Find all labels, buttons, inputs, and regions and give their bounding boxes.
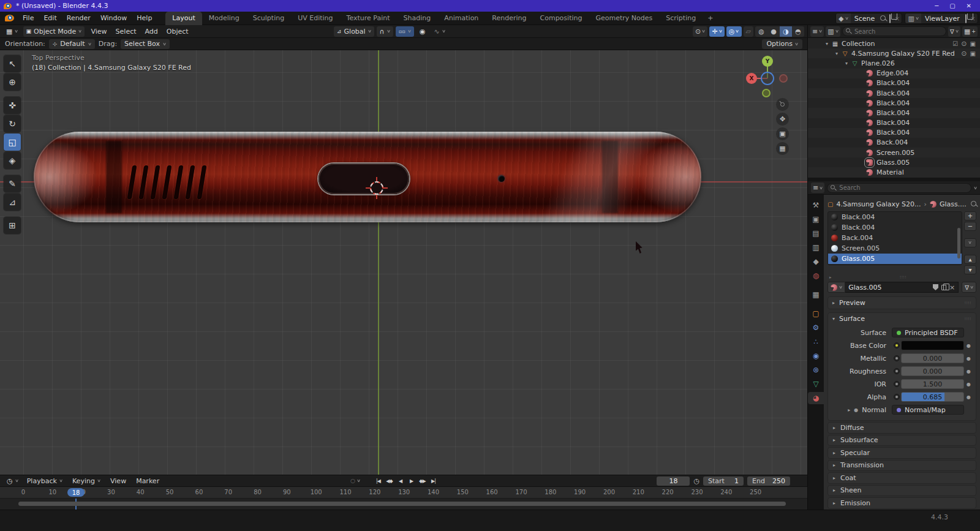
properties-search-input[interactable] [827,183,971,193]
navigation-gizmo[interactable]: Y X [745,53,794,102]
proportional-falloff-dropdown[interactable]: ∿ [431,26,448,37]
move-slot-down-button[interactable]: ▾ [964,265,976,274]
timeline-editor-icon[interactable] [7,477,13,485]
collection-checkbox[interactable] [952,40,958,48]
ior-slider[interactable]: 1.500 [901,379,964,389]
disable-render-icon[interactable] [970,40,976,48]
slot-specials-button[interactable] [964,238,976,247]
viewlayer-selector[interactable]: ViewLayer [905,13,978,24]
transform-tool[interactable]: ◈ [4,152,21,169]
material-name-field[interactable]: Glass.005 [845,282,959,293]
xray-toggle[interactable]: ▱ [744,26,753,37]
surface-panel-header[interactable]: Surface [828,313,976,325]
playback-menu[interactable]: Playback [23,477,67,485]
transport-button[interactable]: ◀ [396,476,405,486]
outliner-material-row[interactable]: Back.004 [808,138,980,148]
metallic-slider[interactable]: 0.000 [901,353,964,363]
snap-toggle[interactable]: ∩ [377,26,393,37]
transport-button[interactable]: ▶ [407,476,416,486]
properties-tab[interactable]: ◉ [808,350,824,362]
browse-material-button[interactable] [827,282,845,293]
outliner-material-row[interactable]: Black.004 [808,128,980,138]
material-slot[interactable]: Black.004 [828,222,962,233]
stopwatch-icon[interactable] [693,477,699,485]
decorator-icon[interactable]: ● [964,356,973,361]
ortho-toggle-icon[interactable]: ▦ [776,142,789,155]
outliner-filter-dropdown[interactable] [948,26,960,37]
outliner-display-mode-dropdown[interactable] [810,26,824,37]
workspace-tab[interactable]: + [703,12,718,25]
workspace-tab[interactable]: Shading [397,12,438,25]
blender-menu-logo-icon[interactable] [5,15,14,21]
timeline-scrollbar[interactable] [18,502,786,506]
outliner-search-input[interactable] [842,26,946,36]
scene-selector[interactable]: ◆ Scene [835,13,902,24]
overlays-toggle[interactable]: ◎ [726,26,742,37]
normal-field[interactable]: Normal/Map [892,405,964,415]
properties-tab[interactable]: ◕ [808,392,824,404]
roughness-slider[interactable]: 0.000 [901,366,964,376]
decorator-icon[interactable]: ● [964,343,973,348]
rotate-tool[interactable]: ↻ [4,115,21,132]
outliner-material-row[interactable]: Black.004 [808,88,980,98]
disable-render-icon[interactable] [970,50,976,58]
decorator-icon[interactable]: ● [964,394,973,400]
outliner-material-row[interactable]: Black.004 [808,98,980,108]
select-box-tool[interactable]: ↖ [4,55,21,72]
workspace-tab[interactable]: Rendering [485,12,533,25]
expand-handle-icon[interactable] [829,275,832,280]
close-button[interactable]: ✕ [967,2,971,9]
gizmo-y-axis[interactable]: Y [762,56,773,67]
slots-scrollbar[interactable] [957,228,960,258]
expand-icon[interactable] [848,407,850,413]
move-slot-up-button[interactable]: ▴ [964,255,976,264]
properties-tab[interactable]: ∴ [808,336,824,348]
shading-rendered-button[interactable]: ◓ [792,26,804,37]
marker-menu[interactable]: Marker [132,477,164,485]
new-material-copy-icon[interactable] [941,285,946,290]
surface-shader-field[interactable]: Principled BSDF [892,328,964,337]
properties-tab[interactable]: ▤ [808,227,824,239]
copy-icon[interactable] [889,14,891,23]
properties-tab[interactable]: ▽ [808,378,824,390]
gizmo-z-view[interactable] [761,72,774,85]
hide-viewport-icon[interactable] [961,50,967,58]
mode-dropdown[interactable]: ▣ Object Mode [23,26,85,37]
properties-editor-icon[interactable] [811,183,824,193]
viewport-menu-item[interactable]: Object [162,28,193,36]
viewport-menu-item[interactable]: Add [141,28,162,36]
add-cube-tool[interactable]: ⊞ [4,217,21,234]
alpha-slider[interactable]: 0.685 [901,392,964,402]
shading-solid-button[interactable]: ● [767,26,780,37]
workspace-tab[interactable]: Modeling [202,12,246,25]
transport-button[interactable]: ◀◆ [385,476,394,486]
workspace-tab[interactable]: Layout [165,12,202,25]
workspace-tab[interactable]: Compositing [533,12,589,25]
properties-tab[interactable]: ▥ [808,241,824,254]
gizmo-x-axis[interactable]: X [746,73,757,84]
orientation-default-dropdown[interactable]: ⊹ Default [49,39,95,49]
material-slot-selected[interactable]: Glass.005 [828,254,962,264]
viewport-3d[interactable]: Top Perspective (18) Collection | 4.Sams… [0,50,807,475]
phone-model[interactable] [34,132,701,222]
view-menu[interactable]: View [106,477,130,485]
workspace-tab[interactable]: Scripting [659,12,703,25]
collapsed-panel-header[interactable]: Subsurface [827,435,976,446]
cursor-tool[interactable]: ⊕ [4,73,21,91]
workspace-tab[interactable]: Texture Paint [340,12,397,25]
minimize-button[interactable]: ─ [935,2,938,9]
proportional-editing-toggle[interactable]: ◉ [417,26,429,37]
zoom-icon[interactable] [776,98,789,111]
outliner-row-mesh[interactable]: ▽ Plane.026 [808,58,980,68]
decorator-icon[interactable]: ● [964,382,973,387]
workspace-tab[interactable]: Geometry Nodes [589,12,659,25]
snap-target-dropdown[interactable]: ▫▫ [396,26,414,37]
material-filter-dropdown[interactable] [962,282,976,293]
material-slot[interactable]: Screen.005 [828,243,962,254]
properties-tab[interactable]: ⊛ [808,364,824,376]
pin-icon[interactable] [971,201,976,206]
base-color-swatch[interactable] [901,341,964,350]
menu-item[interactable]: Edit [39,12,61,25]
breadcrumb-material[interactable]: Glass.... [940,200,967,208]
timeline-ruler[interactable]: 0102030405060708090100110120130140150160… [0,487,807,499]
